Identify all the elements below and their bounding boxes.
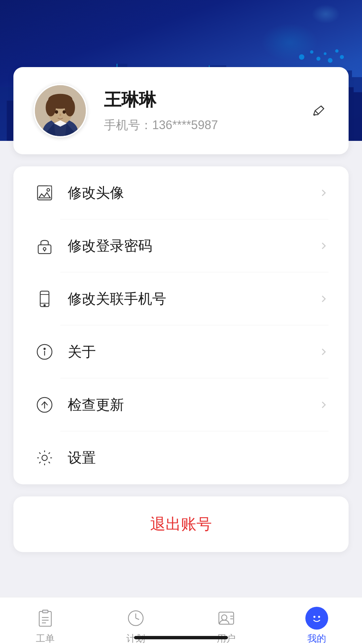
chevron-right-icon: [318, 294, 328, 304]
profile-card: 王琳琳 手机号：136****5987: [13, 67, 349, 154]
chevron-right-icon: [318, 347, 328, 357]
menu-label-avatar: 修改头像: [68, 183, 318, 202]
svg-point-75: [44, 305, 45, 306]
svg-point-65: [63, 110, 66, 114]
menu-label-settings: 设置: [68, 448, 328, 467]
svg-point-94: [309, 611, 324, 626]
svg-point-81: [42, 455, 47, 461]
svg-point-95: [313, 616, 315, 618]
svg-point-78: [44, 348, 45, 350]
svg-rect-90: [219, 612, 234, 624]
home-indicator: [134, 636, 228, 639]
scroll-area: 王琳琳 手机号：136****5987: [0, 0, 362, 597]
menu-label-about: 关于: [68, 342, 318, 361]
nav-item-mine[interactable]: 我的: [272, 604, 362, 644]
face-icon: [305, 607, 328, 630]
edit-profile-button[interactable]: [308, 101, 328, 121]
mobile-icon: [34, 288, 56, 310]
svg-point-91: [222, 615, 227, 620]
svg-point-66: [59, 114, 61, 116]
nav-label-workorder: 工单: [36, 632, 55, 644]
profile-phone: 手机号：136****5987: [104, 117, 328, 133]
svg-point-68: [47, 189, 50, 191]
avatar: [34, 84, 87, 138]
profile-name: 王琳琳: [104, 88, 328, 112]
menu-item-avatar[interactable]: 修改头像: [34, 166, 328, 219]
nav-label-mine: 我的: [307, 632, 326, 644]
menu-item-about[interactable]: 关于: [34, 325, 328, 378]
user-card-icon: [215, 607, 238, 630]
menu-item-update[interactable]: 检查更新: [34, 378, 328, 431]
chevron-right-icon: [318, 241, 328, 251]
svg-rect-83: [43, 610, 48, 613]
upload-icon: [34, 394, 56, 416]
info-icon: [34, 341, 56, 363]
svg-point-96: [318, 616, 320, 618]
profile-info: 王琳琳 手机号：136****5987: [104, 88, 328, 133]
image-edit-icon: [34, 182, 56, 204]
svg-rect-82: [39, 611, 51, 626]
menu-label-phone: 修改关联手机号: [68, 289, 318, 308]
logout-label: 退出账号: [150, 514, 212, 535]
svg-point-70: [43, 248, 46, 250]
logout-button[interactable]: 退出账号: [13, 496, 349, 552]
svg-point-63: [48, 94, 72, 105]
settings-icon: [34, 447, 56, 469]
menu-label-password: 修改登录密码: [68, 236, 318, 255]
lock-icon: [34, 235, 56, 257]
svg-point-64: [55, 110, 58, 114]
svg-line-89: [136, 618, 139, 620]
clipboard-icon: [34, 607, 57, 630]
clock-icon: [124, 607, 147, 630]
menu-item-password[interactable]: 修改登录密码: [34, 219, 328, 272]
chevron-right-icon: [318, 188, 328, 198]
menu-item-phone[interactable]: 修改关联手机号: [34, 272, 328, 325]
svg-rect-69: [38, 245, 51, 254]
nav-item-workorder[interactable]: 工单: [0, 604, 90, 644]
chevron-right-icon: [318, 400, 328, 410]
menu-label-update: 检查更新: [68, 395, 318, 414]
menu-item-settings[interactable]: 设置: [34, 431, 328, 484]
menu-card: 修改头像 修改登录密码: [13, 166, 349, 484]
